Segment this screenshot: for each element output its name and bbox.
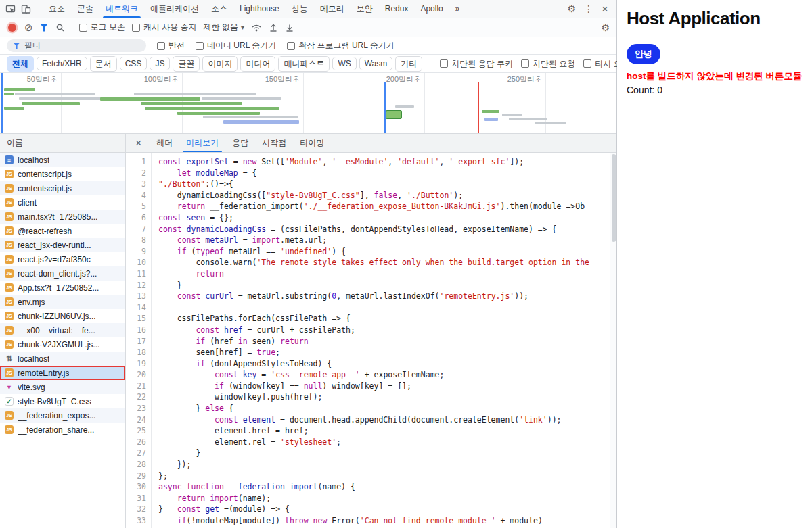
line-number: 11 [126,268,146,280]
scrollbar-thumb[interactable] [612,154,616,242]
request-row[interactable]: JSreact.js?v=d7af350c [0,252,125,266]
preserve-log-checkbox[interactable]: 로그 보존 [79,22,125,33]
request-row[interactable]: JSremoteEntry.js [0,366,125,380]
checkbox-label: 차단된 요청 [533,58,575,70]
devtools-tab-sources[interactable]: 소스 [205,0,233,18]
request-row[interactable]: JScontentscript.js [0,181,125,195]
chip-ws[interactable]: WS [332,57,356,70]
code-line: const element = document.head.appendChil… [158,414,616,426]
detail-tab-response[interactable]: 응답 [225,134,255,152]
line-number: 20 [126,369,146,381]
record-button[interactable] [8,24,16,32]
detail-tab-preview[interactable]: 미리보기 [179,134,225,152]
chip-css[interactable]: CSS [120,57,148,70]
request-row[interactable]: JSchunk-IZZUN6UV.js... [0,309,125,323]
request-row[interactable]: ▼vite.svg [0,380,125,394]
chip-other[interactable]: 기타 [395,56,422,72]
device-toolbar-icon[interactable] [21,4,31,14]
code-line: const curUrl = metaUrl.substring(0, meta… [158,291,616,302]
chip-fetch-xhr[interactable]: Fetch/XHR [37,57,87,70]
disable-cache-checkbox[interactable]: 캐시 사용 중지 [132,22,197,33]
inspect-icon[interactable] [5,4,16,14]
chip-media[interactable]: 미디어 [240,56,275,72]
detail-tab-headers[interactable]: 헤더 [150,134,179,152]
chip-wasm[interactable]: Wasm [359,57,393,70]
hello-button[interactable]: 안녕 [627,44,660,64]
request-row[interactable]: JS__federation_expos... [0,408,125,423]
request-row[interactable]: JSreact-dom_client.js?... [0,266,125,281]
hide-extension-urls-checkbox[interactable]: 확장 프로그램 URL 숨기기 [287,40,394,51]
script-icon: JS [5,425,14,434]
request-row[interactable]: JS@react-refresh [0,224,125,238]
invert-checkbox[interactable]: 반전 [157,40,185,51]
devtools-tab-performance[interactable]: 성능 [286,0,314,18]
code-line: const key = 'css__remote-app__' + expose… [158,369,616,381]
import-har-icon[interactable] [285,23,294,32]
chip-all[interactable]: 전체 [7,56,34,72]
line-number: 17 [126,336,146,347]
throttling-select[interactable]: 제한 없음 ▾ [204,22,244,33]
devtools-tab-security[interactable]: 보안 [351,0,379,18]
request-row[interactable]: JSclient [0,195,125,210]
devtools-tab-redux[interactable]: Redux [379,0,415,18]
request-row[interactable]: ⇅localhost [0,352,125,366]
code-line: }; [158,471,616,482]
close-devtools-icon[interactable]: × [602,3,608,15]
chip-checkbox-blocked-cookies[interactable]: 차단된 응답 쿠키 [440,58,513,70]
request-row[interactable]: JS__x00__virtual:__fe... [0,323,125,337]
chip-img[interactable]: 이미지 [202,56,238,72]
request-row[interactable]: ≡localhost [0,153,125,167]
devtools-tab-more[interactable]: » [449,0,466,18]
request-row[interactable]: JSchunk-V2JXGMUL.js... [0,337,125,352]
close-detail-icon[interactable]: × [129,138,148,149]
chip-js[interactable]: JS [150,57,170,70]
search-icon[interactable] [55,23,65,32]
screenshot-root: 요소콘솔네트워크애플리케이션소스Lighthouse성능메모리보안ReduxAp… [0,0,812,528]
network-filter-input[interactable]: 필터 [7,39,146,52]
devtools-tab-lighthouse[interactable]: Lighthouse [233,0,286,18]
chip-doc[interactable]: 문서 [90,56,117,72]
code-line: } else { [158,403,616,414]
devtools-tab-console[interactable]: 콘솔 [71,0,99,18]
waterfall-bar [484,118,498,121]
settings-gear-icon[interactable]: ⚙ [568,4,577,14]
code-line: const exportSet = new Set(['Module', '__… [158,156,616,168]
detail-tab-initiator[interactable]: 시작점 [255,134,293,152]
warning-text: host를 빌드하지 않았는데 변경된 버튼모듈 [627,70,807,82]
devtools-tab-application[interactable]: 애플리케이션 [144,0,205,18]
name-column-header[interactable]: 이름 [0,134,126,152]
devtools-tab-memory[interactable]: 메모리 [314,0,351,18]
devtools-tab-apollo[interactable]: Apollo [414,0,449,18]
request-row[interactable]: JSreact_jsx-dev-runti... [0,238,125,252]
request-row[interactable]: JScontentscript.js [0,167,125,181]
chip-checkbox-blocked-requests[interactable]: 차단된 요청 [521,58,575,70]
network-conditions-icon[interactable] [251,23,262,32]
request-row[interactable]: JSApp.tsx?t=17250852... [0,281,125,295]
detail-tab-timing[interactable]: 타이밍 [293,134,331,152]
clear-network-log-icon[interactable]: ⊘ [24,22,33,32]
hide-data-urls-checkbox[interactable]: 데이터 URL 숨기기 [196,40,276,51]
network-overview[interactable]: 50밀리초100밀리초150밀리초200밀리초250밀리초 [0,73,616,134]
scrollbar[interactable] [610,153,616,528]
filter-placeholder: 필터 [24,40,41,51]
preview-panel: 1234567891011121314151617181920212223242… [126,153,616,528]
code-line: element.href = href; [158,425,616,437]
network-settings-gear-icon[interactable]: ⚙ [601,22,610,33]
line-number: 12 [126,280,146,291]
chip-font[interactable]: 글꼴 [173,56,200,72]
kebab-menu-icon[interactable]: ⋮ [584,4,593,14]
script-icon: JS [5,340,14,349]
filter-toggle-icon[interactable] [40,24,49,32]
request-row[interactable]: JSmain.tsx?t=1725085... [0,210,125,224]
request-row[interactable]: JSenv.mjs [0,295,125,309]
devtools-tab-elements[interactable]: 요소 [43,0,71,18]
request-row[interactable]: ✓style-Bv8UgT_C.css [0,394,125,408]
code-line: const href = curUrl + cssFilePath; [158,325,616,336]
devtools-tab-network[interactable]: 네트워크 [99,0,144,18]
chip-manifest[interactable]: 매니페스트 [278,56,330,72]
line-number: 7 [126,224,146,235]
request-row[interactable]: JS__federation_share... [0,423,125,437]
export-har-icon[interactable] [269,23,278,32]
line-number: 28 [126,459,146,471]
grid-line [303,73,304,133]
